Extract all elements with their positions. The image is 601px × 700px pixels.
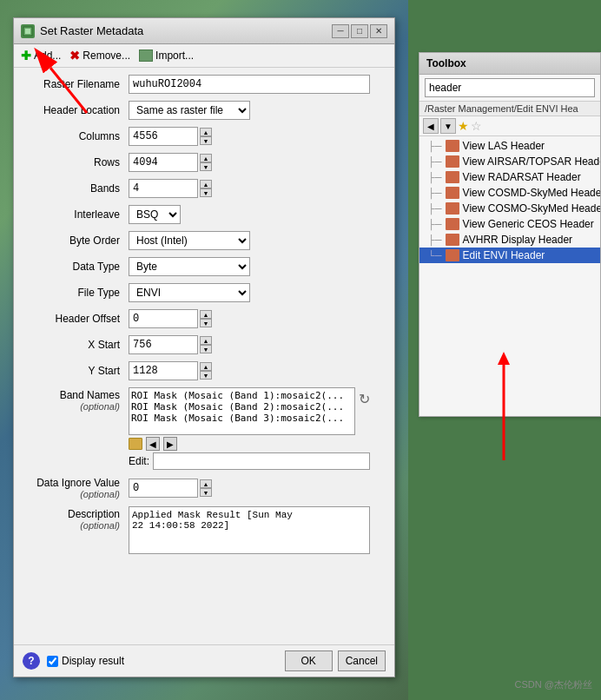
header-offset-spinner: ▲ ▼ [129, 309, 212, 328]
description-label: Description [24, 508, 120, 520]
data-ignore-input[interactable] [129, 479, 198, 498]
dialog-toolbar: ✚ Add... ✖ Remove... Import... [14, 44, 394, 68]
interleave-select[interactable]: BSQ BIL BIP [129, 205, 181, 224]
bands-down-btn[interactable]: ▼ [200, 188, 212, 197]
header-offset-spin-buttons: ▲ ▼ [200, 310, 212, 327]
header-location-select[interactable]: Same as raster file [129, 101, 250, 120]
toolbox-search-input[interactable] [425, 78, 595, 97]
x-start-up-btn[interactable]: ▲ [200, 336, 212, 345]
file-type-row: File Type ENVI TIFF [24, 283, 384, 302]
description-row: Description (optional) Applied Mask Resu… [24, 506, 384, 554]
dialog-icon [21, 24, 35, 38]
add-label: Add... [34, 50, 61, 62]
tree-item-label-selected: Edit ENVI Header [463, 249, 545, 261]
rows-up-btn[interactable]: ▲ [200, 154, 212, 162]
columns-input[interactable] [129, 127, 198, 146]
x-start-input[interactable] [129, 335, 198, 354]
display-result-checkbox[interactable] [47, 656, 58, 667]
display-result-checkbox-label[interactable]: Display result [47, 655, 124, 667]
footer-left: ? Display result [23, 652, 124, 670]
byte-order-select[interactable]: Host (Intel) Network (IEEE) [129, 231, 250, 250]
header-offset-input[interactable] [129, 309, 198, 328]
set-raster-metadata-dialog: Set Raster Metadata ─ □ ✕ ✚ Add... ✖ Rem… [13, 17, 395, 677]
data-ignore-down-btn[interactable]: ▼ [200, 488, 212, 497]
tree-item-icon [446, 171, 459, 183]
cancel-button[interactable]: Cancel [338, 650, 386, 671]
rows-down-btn[interactable]: ▼ [200, 162, 212, 171]
tree-item-cosmo1-header[interactable]: ├─ View COSMD-SkyMed Header [419, 185, 600, 201]
dialog-titlebar: Set Raster Metadata ─ □ ✕ [14, 18, 394, 44]
bands-up-btn[interactable]: ▲ [200, 180, 212, 188]
rows-label: Rows [24, 156, 129, 168]
bands-input[interactable] [129, 179, 198, 198]
tree-item-label: AVHRR Display Header [463, 234, 573, 246]
data-type-select[interactable]: Byte Integer Float [129, 257, 250, 276]
band-names-scroll[interactable]: ROI Mask (Mosaic (Band 1):mosaic2(... RO… [129, 387, 355, 435]
columns-down-btn[interactable]: ▼ [200, 136, 212, 145]
x-start-down-btn[interactable]: ▼ [200, 345, 212, 353]
data-type-label: Data Type [24, 261, 129, 273]
tree-item-airsar-header[interactable]: ├─ View AIRSAR/TOPSAR Header [419, 154, 600, 169]
header-location-label: Header Location [24, 104, 129, 116]
header-offset-up-btn[interactable]: ▲ [200, 310, 212, 319]
ok-button[interactable]: OK [285, 650, 333, 671]
toolbox-search-area [419, 75, 600, 102]
description-textarea[interactable]: Applied Mask Result [Sun May 22 14:00:58… [129, 506, 370, 554]
cross-icon: ✖ [69, 49, 80, 63]
tree-item-cosmo2-header[interactable]: ├─ View COSMO-SkyMed Header [419, 201, 600, 216]
band-scroll-right-btn[interactable]: ▶ [163, 437, 177, 451]
description-sublabel: (optional) [24, 520, 120, 531]
byte-order-label: Byte Order [24, 234, 129, 247]
tree-item-edit-envi-header[interactable]: └─ Edit ENVI Header [419, 248, 600, 263]
close-button[interactable]: ✕ [370, 24, 387, 38]
data-ignore-up-btn[interactable]: ▲ [200, 479, 212, 488]
maximize-button[interactable]: □ [351, 24, 368, 38]
header-offset-label: Header Offset [24, 313, 129, 325]
edit-input[interactable] [153, 452, 370, 470]
tree-item-icon [446, 187, 459, 199]
file-type-select[interactable]: ENVI TIFF [129, 283, 250, 302]
columns-up-btn[interactable]: ▲ [200, 128, 212, 136]
folder-icon[interactable] [129, 438, 142, 450]
dialog-title: Set Raster Metadata [40, 24, 143, 37]
import-label: Import... [155, 50, 194, 62]
tree-item-label: View RADARSAT Header [463, 171, 581, 183]
rows-spinner: ▲ ▼ [129, 153, 212, 172]
band-scroll-left-btn[interactable]: ◀ [146, 437, 160, 451]
raster-filename-label: Raster Filename [24, 78, 129, 90]
tree-item-radarsat-header[interactable]: ├─ View RADARSAT Header [419, 169, 600, 185]
data-type-row: Data Type Byte Integer Float [24, 257, 384, 276]
band-names-refresh-icon[interactable]: ↻ [359, 391, 370, 407]
tree-item-label: View AIRSAR/TOPSAR Header [463, 155, 600, 168]
minimize-button[interactable]: ─ [332, 24, 349, 38]
tree-item-icon [446, 202, 459, 215]
edit-label: Edit: [129, 455, 149, 467]
add-button[interactable]: ✚ Add... [21, 49, 61, 63]
remove-button[interactable]: ✖ Remove... [69, 49, 130, 63]
band-names-label: Band Names [24, 389, 120, 401]
star-filled-icon[interactable]: ★ [458, 119, 469, 133]
columns-spin-buttons: ▲ ▼ [200, 128, 212, 145]
nav-back-btn[interactable]: ◀ [423, 118, 439, 134]
data-ignore-label-group: Data Ignore Value (optional) [24, 477, 129, 499]
tree-item-icon [446, 140, 459, 152]
columns-row: Columns ▲ ▼ [24, 127, 384, 146]
help-button[interactable]: ? [23, 652, 40, 670]
star-empty-icon[interactable]: ☆ [471, 119, 482, 133]
x-start-label: X Start [24, 339, 129, 351]
rows-input[interactable] [129, 153, 198, 172]
y-start-spinner: ▲ ▼ [129, 361, 212, 380]
y-start-up-btn[interactable]: ▲ [200, 362, 212, 371]
tree-item-avhrr-header[interactable]: ├─ AVHRR Display Header [419, 232, 600, 248]
rows-row: Rows ▲ ▼ [24, 153, 384, 172]
nav-dropdown-btn[interactable]: ▼ [440, 118, 456, 134]
tree-item-ceos-header[interactable]: ├─ View Generic CEOS Header [419, 216, 600, 232]
header-offset-down-btn[interactable]: ▼ [200, 319, 212, 327]
tree-item-icon-selected [446, 249, 459, 261]
window-controls: ─ □ ✕ [332, 24, 387, 38]
y-start-down-btn[interactable]: ▼ [200, 371, 212, 380]
raster-filename-input[interactable] [129, 75, 370, 94]
tree-item-las-header[interactable]: ├─ View LAS Header [419, 138, 600, 154]
y-start-input[interactable] [129, 361, 198, 380]
import-button[interactable]: Import... [139, 50, 194, 62]
